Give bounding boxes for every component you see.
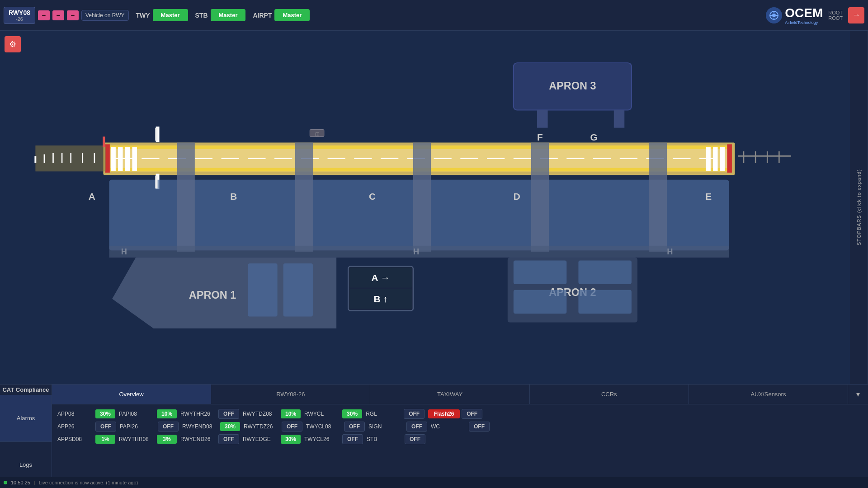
item-rwycl: RWYCL 30% <box>304 409 362 418</box>
value-rwythr26[interactable]: OFF <box>218 409 239 419</box>
value-twycl08[interactable]: OFF <box>344 422 365 432</box>
value-rwythr08[interactable]: 3% <box>157 435 177 444</box>
svg-text:APRON 3: APRON 3 <box>549 80 596 92</box>
twy-master-btn[interactable]: Master <box>153 9 188 21</box>
rwy-btn-2[interactable]: – <box>52 10 64 20</box>
data-row-3: APPSD08 1% RWYTHR08 3% RWYEND26 OFF RWYE… <box>57 434 863 444</box>
rwy-badge: RWY08 -26 <box>4 7 35 24</box>
item-wc: WC OFF <box>431 422 490 432</box>
svg-rect-10 <box>614 110 625 128</box>
item-rwyend08: RWYEND08 30% <box>182 422 240 431</box>
root-role: ROOT <box>828 15 843 21</box>
data-row-1: APP08 30% PAPI08 10% RWYTHR26 OFF RWYTDZ… <box>57 409 863 419</box>
svg-rect-52 <box>649 142 667 252</box>
label-rwytdz08: RWYTDZ08 <box>243 411 279 417</box>
value-rwyend26[interactable]: OFF <box>218 434 239 444</box>
svg-rect-5 <box>776 15 778 16</box>
stb-master-btn[interactable]: Master <box>211 9 246 21</box>
svg-rect-48 <box>177 142 195 252</box>
value-twycl26[interactable]: OFF <box>342 434 363 444</box>
svg-rect-50 <box>413 142 431 252</box>
tab-rwy0826[interactable]: RWY08-26 <box>211 385 370 404</box>
item-sign: SIGN OFF <box>368 422 427 432</box>
status-dot <box>4 481 7 484</box>
tab-taxiway[interactable]: TAXIWAY <box>370 385 529 404</box>
svg-text:E: E <box>705 191 712 202</box>
value-rwyend08[interactable]: 30% <box>220 422 240 431</box>
tab-expand-btn[interactable]: ▾ <box>848 385 868 404</box>
svg-text:C: C <box>369 191 376 202</box>
item-papi08: PAPI08 10% <box>119 409 177 418</box>
label-twycl26: TWYCL26 <box>304 436 340 442</box>
stopbars-panel[interactable]: STOPBARS (click to expand) <box>850 31 868 384</box>
value-app26[interactable]: OFF <box>95 422 116 432</box>
svg-text:D: D <box>514 191 520 202</box>
value-stb[interactable]: OFF <box>405 434 425 444</box>
value-appsd08[interactable]: 1% <box>95 435 115 444</box>
value-rgl[interactable]: OFF <box>404 409 425 419</box>
svg-rect-9 <box>537 110 548 128</box>
tab-aux[interactable]: AUX/Sensors <box>689 385 848 404</box>
root-info: ROOT ROOT <box>828 10 843 21</box>
settings-button[interactable]: ⚙ <box>5 36 21 52</box>
tab-overview-label: Overview <box>119 391 144 398</box>
svg-text:A →: A → <box>372 272 390 283</box>
item-app08: APP08 30% <box>57 409 115 418</box>
tab-bar: Overview RWY08-26 TAXIWAY CCRs AUX/Senso… <box>52 385 868 404</box>
value-app08[interactable]: 30% <box>95 409 115 418</box>
tab-ccrs[interactable]: CCRs <box>530 385 689 404</box>
label-appsd08: APPSD08 <box>57 436 94 442</box>
label-rwyedge: RWYEDGE <box>243 436 279 442</box>
label-twycl08: TWYCL08 <box>306 423 342 430</box>
side-nav-alarms[interactable]: Alarms <box>0 395 52 442</box>
item-flash26: Flash26 OFF <box>428 409 482 419</box>
cat-compliance-label: CAT Compliance <box>0 385 51 395</box>
status-time: 10:50:25 <box>11 480 30 485</box>
svg-rect-63 <box>514 261 567 284</box>
exit-button[interactable]: → <box>848 7 864 23</box>
value-papi26[interactable]: OFF <box>158 422 179 432</box>
item-rgl: RGL OFF <box>366 409 425 419</box>
svg-text:F: F <box>537 132 543 142</box>
label-rwythr26: RWYTHR26 <box>180 411 217 417</box>
status-separator: | <box>34 480 35 485</box>
label-rwythr08: RWYTHR08 <box>119 436 155 442</box>
svg-rect-66 <box>578 290 632 314</box>
item-rwythr26: RWYTHR26 OFF <box>180 409 239 419</box>
label-rwycl: RWYCL <box>304 411 340 417</box>
value-papi08[interactable]: 10% <box>157 409 177 418</box>
status-message: Live connection is now active. (1 minute… <box>39 480 138 485</box>
label-flash26: Flash26 <box>428 409 460 418</box>
value-rwycl[interactable]: 30% <box>342 409 362 418</box>
airpt-label: AIRPT <box>253 12 272 19</box>
label-wc: WC <box>431 423 467 430</box>
svg-rect-22 <box>720 147 725 171</box>
value-rwyedge[interactable]: 30% <box>281 435 301 444</box>
twy-label: TWY <box>136 12 150 19</box>
svg-text:◫: ◫ <box>315 131 319 136</box>
svg-rect-17 <box>118 147 123 171</box>
rwy-subtitle: -26 <box>8 16 31 22</box>
svg-rect-59 <box>248 263 277 317</box>
gear-icon: ⚙ <box>9 39 16 49</box>
value-wc[interactable]: OFF <box>469 422 490 432</box>
svg-point-1 <box>772 14 776 17</box>
rwy-btn-3[interactable]: – <box>67 10 79 20</box>
value-rwytdz26[interactable]: OFF <box>282 422 302 432</box>
value-flash26[interactable]: OFF <box>462 409 482 419</box>
bottom-panel: CAT Compliance Alarms Logs Overview RWY0… <box>0 384 868 488</box>
value-rwytdz08[interactable]: 10% <box>281 409 301 418</box>
master-group-airpt: AIRPT Master <box>253 9 310 21</box>
svg-rect-3 <box>774 18 774 19</box>
svg-rect-19 <box>132 147 137 171</box>
tab-overview[interactable]: Overview <box>52 385 211 404</box>
label-stb: STB <box>367 436 403 442</box>
airpt-master-btn[interactable]: Master <box>274 9 310 21</box>
tab-ccrs-label: CCRs <box>601 391 617 398</box>
item-rwyedge: RWYEDGE 30% <box>243 435 301 444</box>
svg-text:APRON 1: APRON 1 <box>189 289 236 301</box>
label-rwytdz26: RWYTDZ26 <box>244 423 280 430</box>
rwy-btn-1[interactable]: – <box>38 10 50 20</box>
value-sign[interactable]: OFF <box>406 422 427 432</box>
svg-text:G: G <box>590 132 598 142</box>
